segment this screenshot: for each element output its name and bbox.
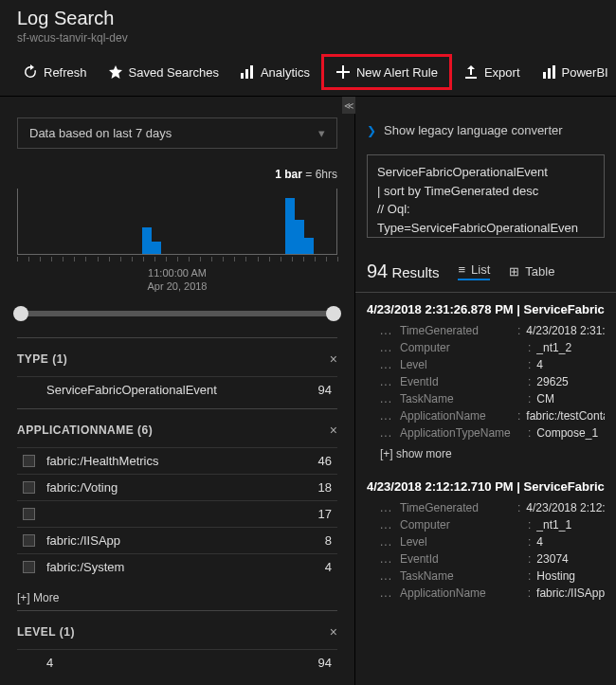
field-key: TimeGenerated [400, 501, 517, 514]
checkbox[interactable] [23, 455, 35, 467]
field-key: ApplicationName [400, 409, 517, 423]
svg-rect-0 [241, 73, 244, 79]
checkbox[interactable] [23, 534, 35, 547]
field-value: 4/23/2018 2:31:2 [526, 324, 605, 337]
close-icon[interactable]: × [330, 423, 337, 438]
field-value: fabric:/IISApp [536, 586, 605, 600]
table-icon: ⊞ [509, 264, 519, 279]
ellipsis-icon: ... [380, 569, 392, 583]
field-key: EventId [400, 552, 528, 566]
checkbox[interactable] [23, 561, 35, 573]
result-field-row[interactable]: ...TaskName:Hosting [367, 568, 605, 585]
close-icon[interactable]: × [330, 624, 337, 640]
result-field-row[interactable]: ...EventId:29625 [367, 373, 605, 390]
field-value: Hosting [536, 569, 575, 583]
result-field-row[interactable]: ...TimeGenerated:4/23/2018 2:31:2 [367, 322, 605, 339]
slider-handle-start[interactable] [13, 306, 28, 321]
facet-row[interactable]: ServiceFabricOperationalEvent94 [17, 376, 337, 403]
result-field-row[interactable]: ...ApplicationName:fabric:/testContai [367, 407, 605, 424]
facet-row[interactable]: 17 [17, 500, 337, 527]
facet-row[interactable]: fabric:/HealthMetrics46 [17, 447, 337, 474]
field-key: EventId [400, 375, 528, 388]
ellipsis-icon: ... [380, 518, 392, 532]
result-field-row[interactable]: ...Computer:_nt1_1 [367, 516, 605, 533]
result-field-row[interactable]: ...ApplicationTypeName:Compose_1 [367, 424, 605, 442]
result-field-row[interactable]: ...TaskName:CM [367, 390, 605, 407]
svg-rect-4 [548, 68, 551, 79]
result-field-row[interactable]: ...TimeGenerated:4/23/2018 2:12:1 [367, 499, 605, 516]
query-editor[interactable]: ServiceFabricOperationalEvent | sort by … [367, 154, 605, 238]
facet-label: fabric:/IISApp [46, 533, 325, 548]
field-key: ApplicationName [400, 586, 528, 600]
result-field-row[interactable]: ...EventId:23074 [367, 550, 605, 568]
field-value: Compose_1 [536, 426, 598, 440]
field-value: 23074 [536, 552, 568, 566]
new-alert-rule-button[interactable]: New Alert Rule [321, 54, 452, 90]
field-value: fabric:/testContai [526, 409, 605, 423]
result-field-row[interactable]: ...Level:4 [367, 356, 605, 373]
facet-count: 4 [325, 560, 332, 574]
result-item: 4/23/2018 2:31:26.878 PM | ServiceFabric… [355, 293, 616, 470]
powerbi-icon [541, 64, 556, 80]
facet-title: TYPE (1) [17, 352, 67, 366]
result-header[interactable]: 4/23/2018 2:12:12.710 PM | ServiceFabric… [367, 479, 605, 494]
ellipsis-icon: ... [380, 358, 392, 371]
result-item: 4/23/2018 2:12:12.710 PM | ServiceFabric… [355, 470, 616, 607]
facet-group: APPLICATIONNAME (6)×fabric:/HealthMetric… [17, 408, 337, 586]
field-value: 4 [536, 358, 543, 371]
table-view-toggle[interactable]: ⊞ Table [509, 264, 554, 279]
ellipsis-icon: ... [380, 552, 392, 566]
histogram-bar[interactable] [295, 220, 304, 254]
svg-rect-2 [250, 65, 253, 79]
page-title: Log Search [17, 8, 599, 29]
time-slider[interactable] [17, 311, 337, 316]
list-icon: ≡ [458, 262, 465, 277]
field-key: Level [400, 535, 528, 549]
field-value: _nt1_1 [536, 518, 571, 532]
facet-row[interactable]: 494 [17, 649, 337, 676]
field-value: 29625 [536, 375, 568, 388]
more-link[interactable]: [+] More [17, 591, 337, 604]
refresh-button[interactable]: Refresh [13, 59, 97, 85]
result-field-row[interactable]: ...ApplicationName:fabric:/IISApp [367, 585, 605, 602]
histogram-chart[interactable] [17, 189, 337, 255]
slider-handle-end[interactable] [326, 306, 341, 321]
close-icon[interactable]: × [330, 352, 337, 367]
toolbar: Refresh Saved Searches Analytics New Ale… [0, 48, 616, 97]
facet-row[interactable]: fabric:/System4 [17, 553, 337, 580]
chart-ticks [17, 257, 337, 262]
saved-searches-button[interactable]: Saved Searches [99, 59, 228, 85]
time-range-dropdown[interactable]: Data based on last 7 days ▾ [17, 117, 337, 149]
ellipsis-icon: ... [380, 586, 392, 600]
analytics-button[interactable]: Analytics [230, 59, 319, 85]
histogram-bar[interactable] [142, 227, 152, 254]
checkbox[interactable] [23, 481, 35, 494]
collapse-panel-button[interactable]: ≪ [342, 97, 355, 114]
ellipsis-icon: ... [380, 409, 392, 423]
export-button[interactable]: Export [454, 59, 530, 85]
ellipsis-icon: ... [380, 535, 392, 549]
facet-group: TYPE (1)×ServiceFabricOperationalEvent94 [17, 337, 337, 408]
histogram-bar[interactable] [285, 198, 295, 255]
ellipsis-icon: ... [380, 501, 392, 514]
checkbox[interactable] [23, 508, 35, 520]
facet-row[interactable]: fabric:/Voting18 [17, 474, 337, 500]
svg-rect-5 [553, 65, 555, 79]
histogram-bar[interactable] [304, 238, 314, 255]
show-more-link[interactable]: [+] show more [380, 447, 605, 460]
histogram-bar[interactable] [152, 242, 161, 254]
chevron-left-icon: ≪ [344, 100, 353, 111]
facet-row[interactable]: fabric:/IISApp8 [17, 527, 337, 553]
result-field-row[interactable]: ...Level:4 [367, 533, 605, 550]
result-field-row[interactable]: ...Computer:_nt1_2 [367, 339, 605, 356]
facet-label: fabric:/Voting [46, 480, 318, 495]
chevron-right-icon: ❯ [367, 124, 376, 137]
field-key: TaskName [400, 392, 528, 406]
powerbi-button[interactable]: PowerBI [532, 59, 616, 85]
results-count: 94 Results [367, 261, 439, 282]
field-key: Level [400, 358, 528, 371]
ellipsis-icon: ... [380, 426, 392, 440]
result-header[interactable]: 4/23/2018 2:31:26.878 PM | ServiceFabric… [367, 302, 605, 316]
list-view-toggle[interactable]: ≡ List [458, 262, 490, 280]
legacy-converter-link[interactable]: ❯ Show legacy language converter [355, 97, 616, 154]
